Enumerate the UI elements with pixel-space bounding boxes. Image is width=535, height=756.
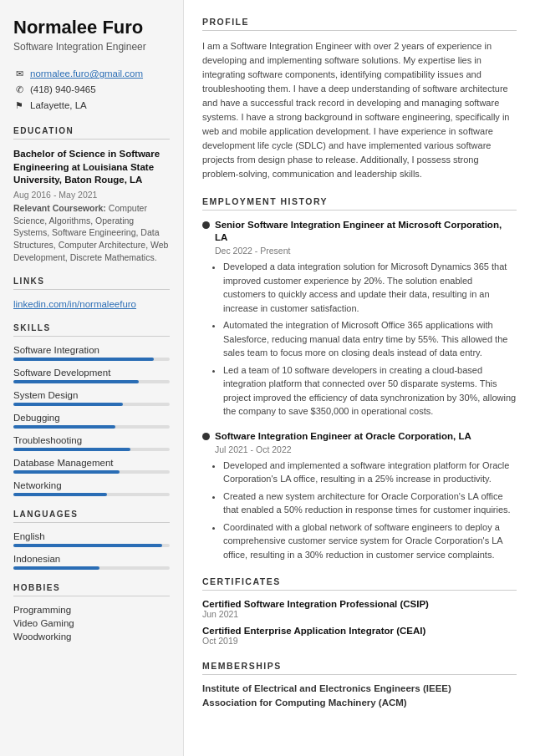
education-section: EDUCATION Bachelor of Science in Softwar… xyxy=(13,126,170,263)
cert-name: Certified Software Integration Professio… xyxy=(202,599,517,609)
skill-bar-bg xyxy=(13,493,170,496)
skill-item: Software Integration xyxy=(13,345,170,361)
language-bar-fill xyxy=(13,544,162,547)
skill-item: Database Management xyxy=(13,458,170,474)
courses-label: Relevant Coursework: xyxy=(13,203,109,213)
language-item: English xyxy=(13,531,170,547)
skill-bar-fill xyxy=(13,425,115,429)
skill-bar-fill xyxy=(13,493,107,496)
job-bullet: Developed and implemented a software int… xyxy=(223,459,517,486)
location-text: Lafayette, LA xyxy=(30,100,87,110)
language-label: Indonesian xyxy=(13,554,170,564)
skill-bar-bg xyxy=(13,358,170,361)
skill-label: Database Management xyxy=(13,458,170,468)
skill-label: Troubleshooting xyxy=(13,435,170,445)
skill-item: Debugging xyxy=(13,413,170,429)
email-item: ✉ normalee.furo@gmail.com xyxy=(13,68,170,79)
skill-item: Troubleshooting xyxy=(13,435,170,451)
email-link[interactable]: normalee.furo@gmail.com xyxy=(30,68,143,79)
profile-text: I am a Software Integration Engineer wit… xyxy=(202,39,517,181)
job-bullet: Coordinated with a global network of sof… xyxy=(223,520,517,562)
skill-label: Debugging xyxy=(13,413,170,423)
skill-bar-bg xyxy=(13,380,170,383)
job-item: Senior Software Integration Engineer at … xyxy=(202,219,517,418)
job-dot xyxy=(202,221,210,229)
location-item: ⚑ Lafayette, LA xyxy=(13,99,170,111)
skill-item: Software Development xyxy=(13,368,170,383)
languages-section: LANGUAGES English Indonesian xyxy=(13,510,170,570)
job-bullet: Led a team of 10 software developers in … xyxy=(223,363,517,419)
phone-icon: ✆ xyxy=(13,84,25,95)
main-content: PROFILE I am a Software Integration Engi… xyxy=(184,0,535,756)
language-bar-bg xyxy=(13,566,170,570)
email-icon: ✉ xyxy=(13,68,25,79)
profile-section: PROFILE I am a Software Integration Engi… xyxy=(202,17,517,181)
skill-label: System Design xyxy=(13,390,170,400)
hobby-item: Video Gaming xyxy=(13,618,170,628)
skills-list: Software Integration Software Developmen… xyxy=(13,345,170,496)
cert-item: Certified Software Integration Professio… xyxy=(202,599,517,619)
candidate-name: Normalee Furo xyxy=(13,17,170,38)
profile-section-title: PROFILE xyxy=(202,17,517,31)
edu-courses: Relevant Coursework: Computer Science, A… xyxy=(13,202,170,263)
skill-bar-bg xyxy=(13,403,170,406)
languages-section-title: LANGUAGES xyxy=(13,510,170,523)
skill-label: Networking xyxy=(13,480,170,490)
hobby-item: Programming xyxy=(13,605,170,615)
job-title: Software Integration Engineer at Oracle … xyxy=(215,430,471,443)
certificates-section-title: CERTIFICATES xyxy=(202,576,517,591)
linkedin-link-item: linkedin.com/in/normaleefuro xyxy=(13,298,170,310)
sidebar: Normalee Furo Software Integration Engin… xyxy=(0,0,184,756)
skill-item: System Design xyxy=(13,390,170,406)
language-label: English xyxy=(13,531,170,541)
skill-label: Software Integration xyxy=(13,345,170,355)
skill-item: Networking xyxy=(13,480,170,496)
language-item: Indonesian xyxy=(13,554,170,570)
skill-bar-fill xyxy=(13,403,123,406)
phone-text: (418) 940-9465 xyxy=(30,84,96,94)
skill-label: Software Development xyxy=(13,368,170,378)
employment-section-title: EMPLOYMENT HISTORY xyxy=(202,196,517,211)
job-dates: Dec 2022 - Present xyxy=(215,246,517,256)
language-bar-fill xyxy=(13,566,99,570)
skills-section-title: SKILLS xyxy=(13,323,170,337)
job-dot xyxy=(202,433,210,440)
linkedin-link[interactable]: linkedin.com/in/normaleefuro xyxy=(13,299,136,309)
skill-bar-bg xyxy=(13,448,170,451)
employment-section: EMPLOYMENT HISTORY Senior Software Integ… xyxy=(202,196,517,561)
contact-section: ✉ normalee.furo@gmail.com ✆ (418) 940-94… xyxy=(13,68,170,111)
job-bullets: Developed a data integration solution fo… xyxy=(215,260,517,419)
job-bullet: Automated the integration of Microsoft O… xyxy=(223,318,517,360)
job-bullet: Created a new system architecture for Or… xyxy=(223,490,517,517)
membership-item: Institute of Electrical and Electronics … xyxy=(202,683,517,693)
skill-bar-fill xyxy=(13,358,154,361)
cert-date: Oct 2019 xyxy=(202,636,517,646)
skill-bar-fill xyxy=(13,470,120,474)
edu-dates: Aug 2016 - May 2021 xyxy=(13,190,170,200)
languages-list: English Indonesian xyxy=(13,531,170,570)
memberships-list: Institute of Electrical and Electronics … xyxy=(202,683,517,708)
hobbies-list: ProgrammingVideo GamingWoodworking xyxy=(13,605,170,642)
skill-bar-fill xyxy=(13,380,139,383)
memberships-section: MEMBERSHIPS Institute of Electrical and … xyxy=(202,661,517,708)
skills-section: SKILLS Software Integration Software Dev… xyxy=(13,323,170,496)
memberships-section-title: MEMBERSHIPS xyxy=(202,661,517,675)
job-title: Senior Software Integration Engineer at … xyxy=(215,219,517,244)
job-item: Software Integration Engineer at Oracle … xyxy=(202,430,517,561)
job-bullets: Developed and implemented a software int… xyxy=(215,459,517,562)
jobs-list: Senior Software Integration Engineer at … xyxy=(202,219,517,561)
membership-item: Association for Computing Machinery (ACM… xyxy=(202,698,517,708)
job-dates: Jul 2021 - Oct 2022 xyxy=(215,444,517,454)
location-icon: ⚑ xyxy=(13,99,25,111)
job-bullet: Developed a data integration solution fo… xyxy=(223,260,517,315)
hobbies-section: HOBBIES ProgrammingVideo GamingWoodworki… xyxy=(13,583,170,642)
cert-name: Certified Enterprise Application Integra… xyxy=(202,626,517,636)
job-header: Software Integration Engineer at Oracle … xyxy=(202,430,517,443)
cert-date: Jun 2021 xyxy=(202,609,517,619)
candidate-title: Software Integration Engineer xyxy=(13,41,170,53)
edu-degree: Bachelor of Science in Software Engineer… xyxy=(13,148,170,187)
phone-item: ✆ (418) 940-9465 xyxy=(13,84,170,95)
hobby-item: Woodworking xyxy=(13,632,170,642)
certs-list: Certified Software Integration Professio… xyxy=(202,599,517,646)
skill-bar-bg xyxy=(13,425,170,429)
